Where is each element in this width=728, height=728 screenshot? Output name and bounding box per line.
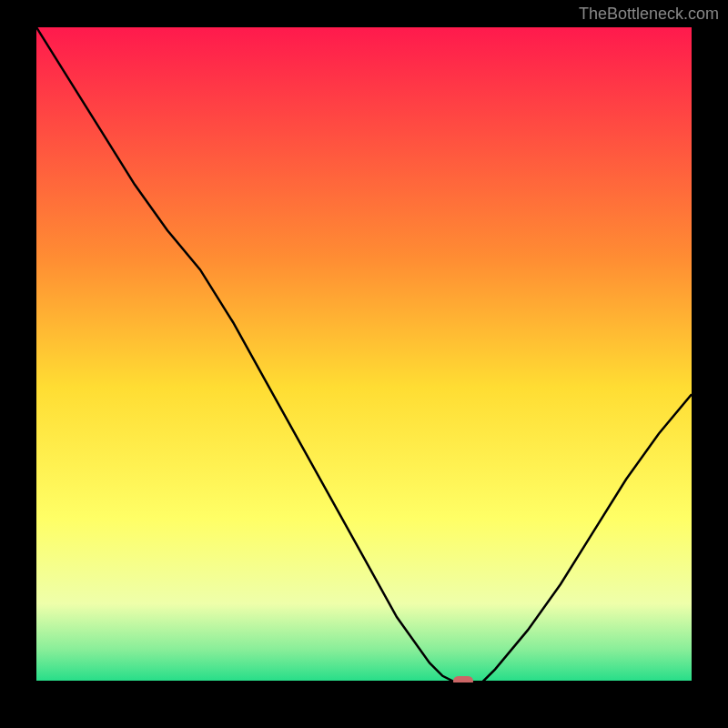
optimal-marker <box>453 676 473 682</box>
border-left <box>0 0 36 728</box>
bottleneck-curve <box>36 27 692 682</box>
chart-container: TheBottleneck.com <box>0 0 728 728</box>
chart-area <box>36 27 692 682</box>
attribution-text: TheBottleneck.com <box>579 5 719 24</box>
border-bottom <box>0 682 728 728</box>
border-right <box>692 0 728 728</box>
